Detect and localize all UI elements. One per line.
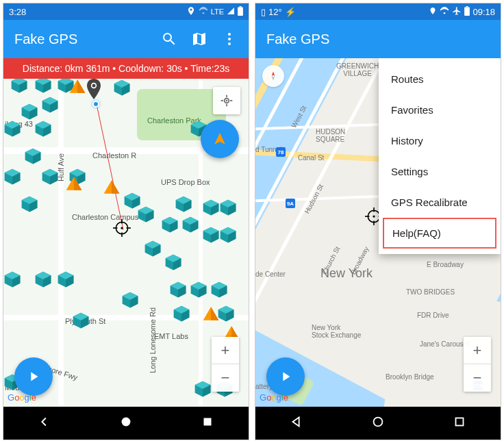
map-icon[interactable] bbox=[191, 31, 207, 47]
marker-cube-icon[interactable] bbox=[24, 147, 42, 165]
marker-pyramid-icon[interactable] bbox=[65, 175, 83, 192]
marker-cube-icon[interactable] bbox=[175, 195, 192, 213]
menu-gps-recalibrate[interactable]: GPS Recalibrate bbox=[379, 187, 501, 218]
map-area[interactable]: GREENWICH VILLAGE West St HUDSON SQUARE … bbox=[255, 58, 501, 407]
svg-rect-1 bbox=[239, 6, 241, 8]
marker-cube-icon[interactable] bbox=[3, 168, 21, 186]
play-fab[interactable] bbox=[14, 357, 53, 396]
menu-settings[interactable]: Settings bbox=[379, 156, 501, 187]
svg-marker-130 bbox=[74, 177, 81, 190]
marker-cube-icon[interactable] bbox=[41, 96, 59, 114]
app-title: Fake GPS bbox=[266, 31, 490, 47]
zoom-in-button[interactable]: + bbox=[212, 337, 239, 364]
marker-cube-icon[interactable] bbox=[21, 195, 38, 213]
map-label: Long Lonesome Rd bbox=[149, 307, 157, 373]
marker-cube-icon[interactable] bbox=[202, 226, 220, 244]
marker-cube-icon[interactable] bbox=[202, 199, 220, 216]
overflow-icon[interactable] bbox=[221, 31, 238, 47]
marker-cube-icon[interactable] bbox=[219, 199, 237, 216]
location-icon bbox=[186, 6, 196, 18]
map-label: HUDSON SQUARE bbox=[316, 128, 345, 143]
map-label: FDR Drive bbox=[417, 312, 449, 319]
marker-cube-icon[interactable] bbox=[34, 120, 52, 138]
airplane-icon bbox=[452, 6, 462, 18]
transit-badge: 78 bbox=[276, 147, 286, 157]
nav-home-icon[interactable] bbox=[118, 414, 134, 432]
nav-recent-icon[interactable] bbox=[200, 414, 215, 432]
marker-pyramid-icon[interactable] bbox=[68, 79, 86, 95]
marker-cube-icon[interactable] bbox=[161, 216, 179, 233]
marker-cube-icon[interactable] bbox=[57, 270, 75, 288]
marker-cube-icon[interactable] bbox=[190, 281, 207, 299]
route-line bbox=[96, 103, 123, 230]
marker-cube-icon[interactable] bbox=[41, 168, 59, 186]
battery-icon bbox=[238, 6, 243, 18]
svg-point-153 bbox=[373, 215, 375, 217]
status-time: 3:28 bbox=[9, 7, 186, 17]
svg-point-4 bbox=[228, 42, 231, 45]
marker-pyramid-icon[interactable] bbox=[202, 305, 220, 322]
compass-fab[interactable] bbox=[201, 120, 239, 158]
nav-home-icon[interactable] bbox=[370, 414, 386, 432]
svg-point-144 bbox=[122, 418, 131, 427]
menu-favorites[interactable]: Favorites bbox=[379, 94, 501, 125]
status-bar: 3:28 LTE bbox=[3, 3, 249, 20]
network-label: LTE bbox=[211, 8, 224, 16]
zoom-in-button[interactable]: + bbox=[464, 337, 491, 364]
nav-recent-icon[interactable] bbox=[452, 414, 467, 432]
marker-cube-icon[interactable] bbox=[121, 291, 139, 309]
status-bar: ▯ 12° ⚡ 09:18 bbox=[255, 3, 501, 20]
menu-routes[interactable]: Routes bbox=[379, 64, 501, 94]
svg-marker-128 bbox=[77, 79, 85, 93]
location-pin-icon bbox=[87, 79, 101, 99]
zoom-out-button[interactable]: − bbox=[212, 364, 239, 392]
marker-cube-icon[interactable] bbox=[21, 103, 38, 121]
marker-pyramid-icon[interactable] bbox=[103, 178, 121, 196]
zoom-out-button[interactable]: − bbox=[464, 364, 491, 392]
marker-cube-icon[interactable] bbox=[72, 312, 90, 329]
menu-help[interactable]: Help(FAQ) bbox=[383, 218, 496, 249]
marker-cube-icon[interactable] bbox=[164, 253, 182, 271]
svg-point-3 bbox=[228, 38, 231, 40]
marker-cube-icon[interactable] bbox=[137, 205, 155, 223]
svg-marker-143 bbox=[214, 133, 225, 144]
marker-cube-icon[interactable] bbox=[219, 226, 237, 244]
marker-cube-icon[interactable] bbox=[194, 380, 212, 398]
search-icon[interactable] bbox=[161, 31, 177, 47]
current-location-dot bbox=[92, 101, 99, 107]
nav-back-icon[interactable] bbox=[289, 414, 304, 432]
svg-marker-156 bbox=[292, 418, 299, 427]
nav-bar bbox=[3, 407, 249, 440]
status-icons: 09:18 bbox=[429, 6, 495, 18]
overflow-menu: Routes Favorites History Settings GPS Re… bbox=[379, 58, 501, 254]
nav-bar bbox=[255, 407, 501, 440]
marker-cube-icon[interactable] bbox=[3, 120, 21, 138]
status-temp: 12° bbox=[268, 7, 282, 17]
marker-cube-icon[interactable] bbox=[181, 216, 199, 233]
svg-point-2 bbox=[228, 33, 231, 36]
map-area[interactable]: ilding 43 Charleston Park Charleston R H… bbox=[3, 79, 249, 407]
compass-icon[interactable] bbox=[262, 65, 284, 87]
menu-history[interactable]: History bbox=[379, 125, 501, 156]
marker-cube-icon[interactable] bbox=[210, 281, 228, 299]
svg-rect-145 bbox=[204, 418, 212, 426]
marker-cube-icon[interactable] bbox=[10, 79, 28, 94]
svg-marker-132 bbox=[112, 180, 119, 194]
marker-cube-icon[interactable] bbox=[34, 270, 52, 288]
nav-back-icon[interactable] bbox=[37, 414, 52, 432]
marker-cube-icon[interactable] bbox=[144, 240, 162, 257]
marker-cube-icon[interactable] bbox=[3, 270, 21, 288]
marker-cube-icon[interactable] bbox=[173, 305, 190, 322]
marker-cube-icon[interactable] bbox=[34, 79, 52, 94]
marker-cube-icon[interactable] bbox=[169, 281, 187, 299]
app-bar: Fake GPS bbox=[255, 20, 501, 58]
status-time: 09:18 bbox=[473, 7, 495, 17]
my-location-button[interactable] bbox=[213, 87, 240, 114]
svg-point-138 bbox=[226, 100, 228, 102]
marker-cube-icon[interactable] bbox=[113, 79, 131, 97]
map-label: Jane's Carousel bbox=[420, 340, 468, 348]
map-label: de Center bbox=[255, 270, 286, 278]
crosshair-icon bbox=[113, 219, 131, 237]
svg-point-157 bbox=[374, 418, 383, 427]
play-fab[interactable] bbox=[266, 357, 305, 396]
